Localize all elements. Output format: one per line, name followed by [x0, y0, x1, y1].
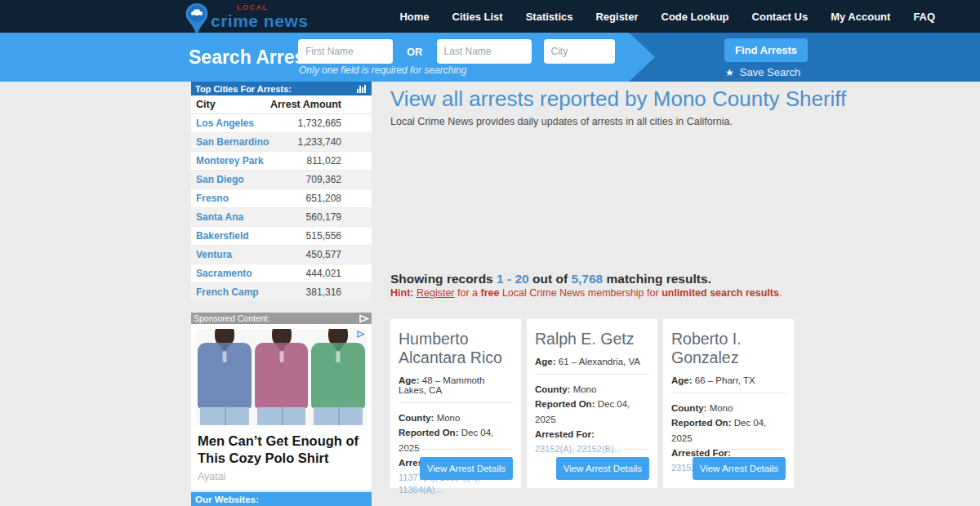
sponsored-ad[interactable]: Men Can’t Get Enough of This Cozy Polo S… [191, 324, 372, 490]
city-link[interactable]: French Camp [196, 286, 259, 298]
column-header-amount: Arrest Amount [270, 99, 341, 110]
sponsored-content-bar: Sponsored Content: [191, 313, 372, 324]
ad-advertiser: Ayatai [198, 471, 365, 482]
table-row: Monterey Park 811,022 [191, 152, 372, 171]
nav-item-my-account[interactable]: My Account [831, 11, 890, 23]
age-label: Age: [399, 375, 420, 385]
view-arrest-details-button[interactable]: View Arrest Details [420, 457, 513, 480]
polo-shirt-figure-pink [253, 329, 310, 425]
city-link[interactable]: Fresno [196, 193, 229, 204]
arrest-amount: 560,179 [306, 211, 341, 223]
nav-item-faq[interactable]: FAQ [913, 11, 935, 23]
adchoices-icon[interactable] [359, 314, 370, 323]
hint-text-b: Local Crime News membership for [502, 287, 659, 299]
age-line: Age: 61 – Alexandria, VA [535, 357, 649, 375]
sponsored-content-label: Sponsored Content: [194, 313, 270, 323]
hint-bold-end: unlimited search results [662, 287, 779, 299]
results-total: 5,768 [571, 272, 603, 286]
logo-text: LOCAL crime news [211, 4, 308, 29]
our-websites-label: Our Websites: [195, 495, 259, 504]
table-header-row: City Arrest Amount [191, 95, 372, 114]
arrest-details: County: Mono Reported On: Dec 04, 2025 A… [535, 382, 649, 455]
city-link[interactable]: Sacramento [196, 268, 252, 279]
arrestee-name[interactable]: Roberto I. Gonzalez [671, 330, 786, 367]
reported-label: Reported On: [535, 399, 595, 409]
city-link[interactable]: Monterey Park [196, 155, 264, 166]
arrest-amount: 444,021 [306, 268, 341, 279]
save-search-button[interactable]: ★ Save Search [725, 66, 800, 78]
arrest-amount: 1,233,740 [298, 136, 341, 148]
sidebar: Top Cities For Arrests: City Arrest Amou… [191, 82, 372, 506]
ad-image[interactable] [196, 329, 367, 425]
logo-local-label: LOCAL [237, 4, 308, 11]
page-title: View all arrests reported by Mono County… [390, 87, 889, 112]
card-footer: View Arrest Details [535, 449, 649, 480]
county-value: Mono [573, 384, 597, 394]
city-link[interactable]: Los Angeles [196, 118, 254, 129]
county-label: County: [671, 403, 706, 413]
nav-item-home[interactable]: Home [399, 11, 429, 23]
star-icon: ★ [725, 67, 734, 78]
table-row: Santa Ana 560,179 [191, 208, 372, 227]
last-name-input[interactable] [437, 39, 532, 64]
top-navbar: LOCAL crime news Home Cities List Statis… [0, 0, 980, 33]
results-suffix: matching results. [606, 272, 710, 286]
nav-item-statistics[interactable]: Statistics [526, 11, 573, 23]
first-name-input[interactable] [298, 39, 393, 64]
arrest-card: Ralph E. Getz Age: 61 – Alexandria, VA C… [527, 319, 657, 488]
find-arrests-button[interactable]: Find Arrests [724, 38, 808, 62]
age-line: Age: 66 – Pharr, TX [671, 375, 786, 393]
hint-period: . [779, 287, 782, 299]
view-arrest-details-button[interactable]: View Arrest Details [693, 457, 786, 480]
top-cities-header: Top Cities For Arrests: [191, 82, 372, 95]
table-row: Sacramento 444,021 [191, 264, 372, 283]
arrest-card: Roberto I. Gonzalez Age: 66 – Pharr, TX … [663, 319, 794, 488]
logo-crime-news-label: crime news [211, 12, 308, 29]
arrested-for-label: Arrested For: [535, 429, 595, 439]
card-footer: View Arrest Details [671, 449, 786, 480]
arrest-amount: 381,316 [306, 286, 341, 298]
top-cities-table: City Arrest Amount Los Angeles 1,732,665… [191, 95, 372, 302]
city-link[interactable]: Bakersfield [196, 230, 249, 242]
nav-item-contact-us[interactable]: Contact Us [752, 11, 808, 23]
city-link[interactable]: Santa Ana [196, 211, 243, 223]
county-label: County: [399, 413, 434, 423]
table-row: Fresno 651,208 [191, 189, 372, 208]
hint-free: free [480, 287, 499, 299]
city-link[interactable]: San Bernardino [196, 136, 269, 148]
search-helper-text: Only one field is required for searching [299, 64, 466, 76]
arrest-cards: Humberto Alcantara Rico Age: 48 – Mammot… [390, 319, 794, 488]
city-link[interactable]: San Diego [196, 174, 244, 185]
arrest-amount: 651,208 [306, 193, 341, 204]
view-arrest-details-button[interactable]: View Arrest Details [556, 457, 649, 480]
age-line: Age: 48 – Mammoth Lakes, CA [399, 375, 513, 403]
county-value: Mono [710, 403, 733, 413]
arrestee-name[interactable]: Humberto Alcantara Rico [399, 330, 513, 367]
arrest-amount: 450,577 [306, 249, 341, 260]
results-prefix: Showing records [390, 272, 493, 286]
card-footer: View Arrest Details [399, 449, 513, 480]
save-search-label: Save Search [740, 66, 800, 78]
register-link[interactable]: Register [416, 287, 455, 299]
hint-line: Hint: Register for a free Local Crime Ne… [390, 287, 782, 299]
ad-headline[interactable]: Men Can’t Get Enough of This Cozy Polo S… [198, 433, 365, 466]
city-link[interactable]: Ventura [196, 249, 232, 260]
nav-item-cities-list[interactable]: Cities List [452, 11, 503, 23]
city-input[interactable] [544, 39, 615, 64]
search-band: Search Arrests OR Only one field is requ… [0, 33, 980, 82]
search-fields: OR [298, 39, 615, 64]
table-row: Bakersfield 515,556 [191, 227, 372, 246]
adchoices-corner-icon[interactable] [357, 331, 365, 338]
results-middle: out of [532, 272, 568, 286]
arrest-amount: 709,362 [306, 174, 341, 185]
nav-item-code-lookup[interactable]: Code Lookup [662, 11, 729, 23]
age-label: Age: [535, 357, 556, 366]
table-row: San Diego 709,362 [191, 171, 372, 189]
age-value: 66 – Pharr, TX [695, 375, 755, 385]
age-label: Age: [671, 375, 693, 385]
arrestee-name[interactable]: Ralph E. Getz [535, 330, 649, 348]
county-label: County: [535, 384, 570, 394]
or-label: OR [407, 46, 423, 58]
site-logo[interactable]: LOCAL crime news [185, 0, 308, 33]
nav-item-register[interactable]: Register [595, 11, 638, 23]
